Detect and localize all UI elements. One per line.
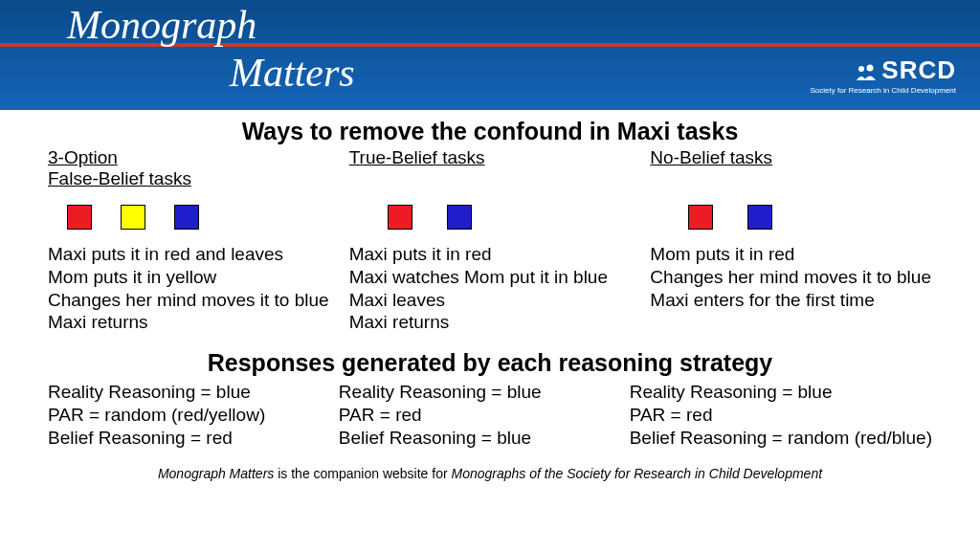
response-line: Reality Reasoning = blue <box>339 381 611 404</box>
footer-italic-1: Monograph Matters <box>158 466 274 481</box>
task-columns: 3-Option False-Belief tasks Maxi puts it… <box>48 147 932 334</box>
response-columns: Reality Reasoning = blue PAR = random (r… <box>48 381 932 449</box>
heading-prefix: 3-Option <box>48 147 330 168</box>
step-line: Changes her mind moves it to blue <box>650 266 932 289</box>
response-line: PAR = red <box>630 404 932 427</box>
svg-point-0 <box>858 66 864 72</box>
heading-text: True-Belief tasks <box>349 147 485 167</box>
responses-no-belief: Reality Reasoning = blue PAR = red Belie… <box>630 381 932 449</box>
footer-italic-2: Monographs of the Society for Research i… <box>452 466 823 481</box>
brand-word-bottom: Matters <box>230 50 355 96</box>
red-square-icon <box>67 205 92 230</box>
section-title-1: Ways to remove the confound in Maxi task… <box>48 118 932 145</box>
step-line: Maxi watches Mom put it in blue <box>349 266 632 289</box>
response-line: Belief Reasoning = blue <box>339 427 611 450</box>
blue-square-icon <box>447 205 472 230</box>
color-squares <box>48 205 330 230</box>
red-square-icon <box>388 205 412 230</box>
header-banner: Monograph Matters SRCD Society for Resea… <box>0 0 980 110</box>
column-false-belief: 3-Option False-Belief tasks Maxi puts it… <box>48 147 330 334</box>
heading-text: No-Belief tasks <box>650 147 772 167</box>
column-true-belief: True-Belief tasks Maxi puts it in red Ma… <box>349 147 632 334</box>
task-steps: Maxi puts it in red Maxi watches Mom put… <box>349 243 632 334</box>
response-line: Reality Reasoning = blue <box>630 381 932 404</box>
slide-content: Ways to remove the confound in Maxi task… <box>0 110 980 481</box>
responses-true-belief: Reality Reasoning = blue PAR = red Belie… <box>339 381 611 449</box>
step-line: Changes her mind moves it to blue <box>48 289 330 312</box>
red-square-icon <box>688 205 713 230</box>
step-line: Mom puts it in red <box>650 243 932 266</box>
yellow-square-icon <box>121 205 145 230</box>
column-heading: 3-Option False-Belief tasks <box>48 147 330 193</box>
column-heading: True-Belief tasks <box>349 147 632 193</box>
step-line: Maxi returns <box>48 311 330 334</box>
srcd-logo: SRCD Society for Research in Child Devel… <box>810 55 956 95</box>
blue-square-icon <box>174 205 199 230</box>
blue-square-icon <box>747 205 772 230</box>
section-title-2: Responses generated by each reasoning st… <box>48 349 932 377</box>
response-line: PAR = random (red/yellow) <box>48 404 320 427</box>
color-squares <box>650 205 932 230</box>
footer-plain: is the companion website for <box>274 466 451 481</box>
color-squares <box>349 205 632 230</box>
brand-word-top: Monograph <box>67 2 256 48</box>
footer-note: Monograph Matters is the companion websi… <box>48 466 932 481</box>
step-line: Maxi enters for the first time <box>650 289 932 312</box>
logo-text: SRCD <box>881 55 956 84</box>
svg-point-1 <box>867 64 874 71</box>
task-steps: Maxi puts it in red and leaves Mom puts … <box>48 243 330 334</box>
response-line: Belief Reasoning = random (red/blue) <box>630 427 932 450</box>
column-no-belief: No-Belief tasks Mom puts it in red Chang… <box>650 147 932 334</box>
step-line: Maxi puts it in red and leaves <box>48 243 330 266</box>
step-line: Mom puts it in yellow <box>48 266 330 289</box>
step-line: Maxi puts it in red <box>349 243 632 266</box>
logo-subtitle: Society for Research in Child Developmen… <box>810 86 956 95</box>
heading-text: False-Belief tasks <box>48 168 191 188</box>
people-icon <box>855 63 881 86</box>
response-line: Reality Reasoning = blue <box>48 381 320 404</box>
column-heading: No-Belief tasks <box>650 147 932 193</box>
task-steps: Mom puts it in red Changes her mind move… <box>650 243 932 311</box>
step-line: Maxi returns <box>349 311 632 334</box>
responses-false-belief: Reality Reasoning = blue PAR = random (r… <box>48 381 320 449</box>
response-line: Belief Reasoning = red <box>48 427 320 450</box>
step-line: Maxi leaves <box>349 289 632 312</box>
response-line: PAR = red <box>339 404 611 427</box>
